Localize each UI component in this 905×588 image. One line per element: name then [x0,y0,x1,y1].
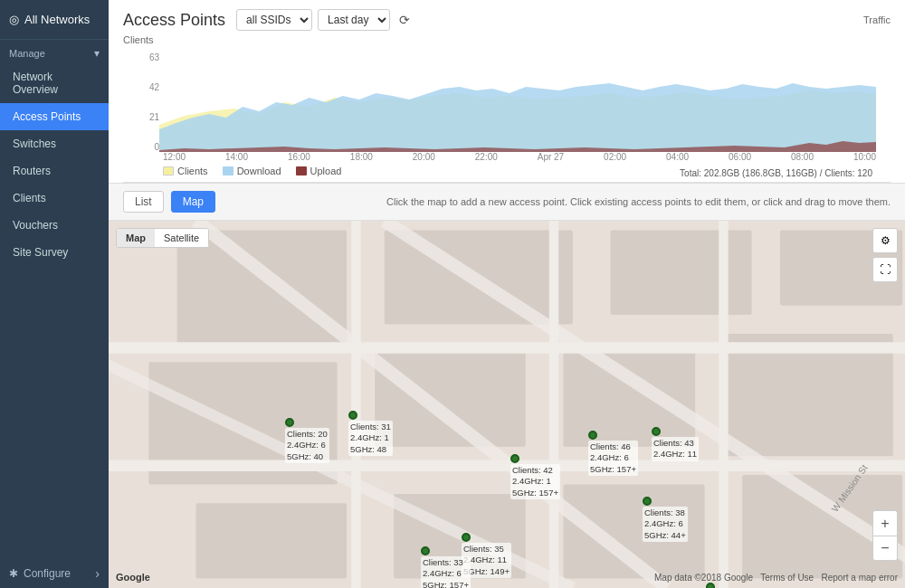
ap-label-ap5: Clients: 43 2.4GHz: 11 [652,437,699,461]
legend-upload-box [296,166,307,175]
sidebar-item-switches[interactable]: Switches [0,130,109,157]
ap-marker-ap9[interactable]: Clients: 26 2.4GHz: 6 5GHz: 157+ [706,583,756,588]
sidebar-manage-section: Manage [0,40,109,63]
time-select[interactable]: Last day [318,9,390,31]
ap-label-ap3: Clients: 42 2.4GHz: 1 5GHz: 157+ [510,464,560,499]
controls-bar: List Map Click the map to add a new acce… [109,184,905,221]
ap-marker-ap6[interactable]: Clients: 38 2.4GHz: 6 5GHz: 44+ [643,497,688,542]
map-zoom-controls: + − [872,510,898,561]
chart-y-labels: 63 42 21 0 [138,52,159,152]
svg-rect-9 [195,503,347,578]
ap-label-ap6: Clients: 38 2.4GHz: 6 5GHz: 44+ [643,507,688,542]
ap-dot-ap6 [643,497,652,506]
sidebar-item-routers[interactable]: Routers [0,157,109,185]
ssid-select[interactable]: all SSIDs [236,9,312,31]
map-tab-map[interactable]: Map [117,229,155,247]
legend-download-label: Download [237,166,281,176]
ap-label-ap8: Clients: 33 2.4GHz: 6 5GHz: 157+ [421,556,471,588]
legend-download: Download [223,166,281,176]
ap-marker-ap2[interactable]: Clients: 31 2.4GHz: 1 5GHz: 48 [348,411,393,456]
ap-marker-ap8[interactable]: Clients: 33 2.4GHz: 6 5GHz: 157+ [421,546,471,588]
ap-dot-ap7 [462,533,471,542]
ap-dot-ap5 [652,427,661,436]
map-tab-satellite[interactable]: Satellite [155,229,208,247]
svg-rect-6 [375,353,526,447]
gear-icon: ⚙ [881,234,891,247]
ap-marker-ap5[interactable]: Clients: 43 2.4GHz: 11 [652,427,699,461]
fullscreen-icon: ⛶ [880,263,891,276]
chevron-right-icon [95,566,100,581]
legend-upload: Upload [296,166,342,176]
map-area[interactable]: W Mission St Clients: 20 2.4GHz: 6 5GHz:… [109,221,905,588]
network-icon: ◎ [9,13,19,26]
filter-controls: all SSIDs Last day ⟳ [236,9,414,31]
gear-icon: ✱ [9,567,18,580]
traffic-label: Traffic [863,14,891,25]
legend-upload-label: Upload [310,166,342,176]
sidebar-item-site-survey[interactable]: Site Survey [0,239,109,266]
sidebar-item-network-overview[interactable]: Network Overview [0,63,109,103]
ap-dot-ap8 [421,546,430,555]
sidebar-nav: Network OverviewAccess PointsSwitchesRou… [0,63,109,266]
legend-clients: Clients [163,166,208,176]
ap-label-ap2: Clients: 31 2.4GHz: 1 5GHz: 48 [348,421,393,456]
ap-dot-ap9 [706,583,715,588]
sidebar-item-access-points[interactable]: Access Points [0,103,109,130]
manage-label: Manage [9,48,45,59]
sidebar-configure[interactable]: ✱ Configure [0,559,109,588]
chart-svg [159,52,876,152]
legend-clients-box [163,166,174,175]
ap-dot-ap1 [285,418,294,427]
google-logo: Google [116,572,150,583]
page-header: Access Points all SSIDs Last day ⟳ Traff… [109,0,905,184]
sidebar-item-vouchers[interactable]: Vouchers [0,212,109,239]
map-settings-button[interactable]: ⚙ [872,228,898,253]
ap-marker-ap3[interactable]: Clients: 42 2.4GHz: 1 5GHz: 157+ [510,454,560,499]
legend-download-box [223,166,233,175]
main-content: Access Points all SSIDs Last day ⟳ Traff… [109,0,905,588]
map-fullscreen-button[interactable]: ⛶ [872,257,898,282]
configure-label: Configure [24,567,71,580]
ap-marker-ap1[interactable]: Clients: 20 2.4GHz: 6 5GHz: 40 [285,418,329,463]
chart-container: 63 42 21 0 [138,52,876,152]
refresh-button[interactable]: ⟳ [395,11,414,29]
ap-dot-ap2 [348,411,357,420]
sidebar-network-header[interactable]: ◎ All Networks [0,0,109,40]
tab-map[interactable]: Map [171,191,215,213]
ap-label-ap4: Clients: 46 2.4GHz: 6 5GHz: 157+ [588,441,638,476]
tab-list[interactable]: List [123,191,164,213]
chart-x-labels: 12:00 14:00 16:00 18:00 20:00 22:00 Apr … [138,152,876,164]
map-hint: Click the map to add a new access point.… [386,196,891,207]
chart-subtitle: Clients [123,34,891,45]
sidebar-item-clients[interactable]: Clients [0,185,109,212]
ap-marker-ap4[interactable]: Clients: 46 2.4GHz: 6 5GHz: 157+ [588,431,638,476]
sidebar: ◎ All Networks Manage Network OverviewAc… [0,0,109,588]
svg-rect-3 [611,230,752,315]
ap-label-ap1: Clients: 20 2.4GHz: 6 5GHz: 40 [285,428,329,463]
sidebar-network-name: All Networks [24,13,90,26]
ap-dot-ap3 [510,454,519,463]
page-title: Access Points [123,11,225,30]
chart-legend: Clients Download Upload [138,164,341,178]
chart-area: 63 42 21 0 12:00 14:00 16:00 18 [123,47,891,183]
chart-total: Total: 202.8GB (186.8GB, 116GB) / Client… [680,168,876,178]
map-tabs: Map Satellite [116,228,209,248]
chevron-down-icon [94,47,100,60]
zoom-in-button[interactable]: + [872,510,898,536]
zoom-out-button[interactable]: − [872,536,898,561]
map-footer: Map data ©2018 Google Terms of Use Repor… [654,573,898,583]
legend-clients-label: Clients [177,166,208,176]
ap-dot-ap4 [588,431,597,440]
download-area [159,83,876,152]
